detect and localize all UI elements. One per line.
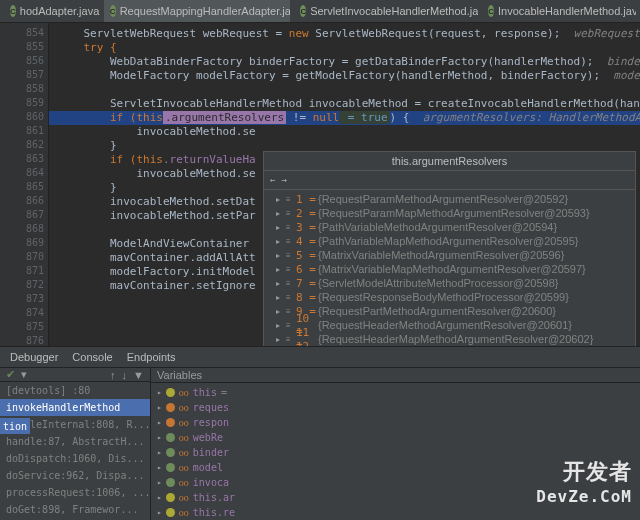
line-number: 863 [0,153,44,167]
popup-row[interactable]: ▸≡1 = {RequestParamMethodArgumentResolve… [264,192,635,206]
class-icon: C [488,5,494,17]
line-number: 865 [0,181,44,195]
line-number: 870 [0,251,44,265]
chevron-right-icon: ▸ [276,223,286,232]
editor-tab[interactable]: ChodAdapter.java [4,0,100,22]
frames-list[interactable]: [devtools] :80 invokeHandlerMethod handl… [0,382,150,520]
frame-item[interactable]: doService:962, Dispa... [0,467,150,484]
chevron-right-icon: ▸ [157,508,162,517]
variable-type-icon [166,493,175,502]
line-number: 872 [0,279,44,293]
variable-item[interactable]: ▸oo reques [151,400,640,415]
frame-item[interactable]: doDispatch:1060, Dis... [0,450,150,467]
thread[interactable]: [devtools] :80 [0,382,150,399]
chevron-right-icon: ▸ [157,478,162,487]
variables-list[interactable]: ▸oo this =▸oo reques▸oo respon▸oo webRe▸… [151,383,640,520]
code-line: WebDataBinderFactory binderFactory = get… [49,55,640,69]
funnel-icon[interactable]: ▼ [133,369,144,381]
field-icon: ≡ [286,209,296,218]
line-number: 862 [0,139,44,153]
variables-panel: Variables ▸oo this =▸oo reques▸oo respon… [151,368,640,520]
popup-row[interactable]: ▸≡10 = {RequestHeaderMethodArgumentResol… [264,318,635,332]
code-line-current: if (this.argumentResolvers != null = tru… [49,111,640,125]
forward-icon[interactable]: → [281,175,286,185]
line-number: 856 [0,55,44,69]
chevron-right-icon: ▸ [157,448,162,457]
field-icon: ≡ [286,335,296,344]
debugger-tab[interactable]: Debugger [10,351,58,363]
variable-item[interactable]: ▸oo binder [151,445,640,460]
variable-item[interactable]: ▸oo invoca [151,475,640,490]
field-icon: ≡ [286,265,296,274]
frame-item[interactable]: handle:87, AbstractH... [0,433,150,450]
tab-label: hodAdapter.java [20,5,100,17]
code-line: invocableMethod.se [49,125,640,139]
variable-type-icon [166,388,175,397]
filter-icon[interactable]: ↑ [110,369,116,381]
variable-type-icon [166,403,175,412]
line-number: 875 [0,321,44,335]
chevron-right-icon: ▸ [276,279,286,288]
popup-row[interactable]: ▸≡11 = {RequestHeaderMapMethodArgumentRe… [264,332,635,346]
popup-row[interactable]: ▸≡6 = {MatrixVariableMapMethodArgumentRe… [264,262,635,276]
popup-row[interactable]: ▸≡4 = {PathVariableMapMethodArgumentReso… [264,234,635,248]
chevron-right-icon: ▸ [276,293,286,302]
class-icon: C [110,5,116,17]
field-icon: ≡ [286,321,296,330]
frame-item[interactable]: invokeHandlerMethod [0,399,150,416]
chevron-right-icon: ▸ [157,493,162,502]
variable-item[interactable]: ▸oo this.re [151,505,640,520]
chevron-right-icon: ▸ [157,418,162,427]
field-icon: ≡ [286,195,296,204]
chevron-right-icon: ▸ [276,237,286,246]
code-line: try { [49,41,640,55]
variable-item[interactable]: ▸oo respon [151,415,640,430]
console-tab[interactable]: Console [72,351,112,363]
variable-item[interactable]: ▸oo webRe [151,430,640,445]
gutter: 854 855 856 857 858 859 860 861 862 863 … [0,23,49,347]
frames-header: ✔▾ ↑ ↓ ▼ [0,368,150,382]
frames-panel: ✔▾ ↑ ↓ ▼ [devtools] :80 invokeHandlerMet… [0,368,151,520]
variable-type-icon [166,433,175,442]
code-line: ServletInvocableHandlerMethod invocableM… [49,97,640,111]
editor-tab[interactable]: CRequestMappingHandlerAdapter.java [104,0,291,22]
variable-type-icon [166,418,175,427]
variable-item[interactable]: ▸oo this = [151,385,640,400]
frame-item[interactable]: doGet:898, Framewor... [0,501,150,518]
back-icon[interactable]: ← [270,175,275,185]
popup-toolbar: ← → [264,171,635,190]
sidebar-run-tab[interactable]: tion [0,418,30,434]
line-number: 860 [0,111,44,125]
popup-row[interactable]: ▸≡3 = {PathVariableMethodArgumentResolve… [264,220,635,234]
chevron-right-icon: ▸ [157,433,162,442]
chevron-right-icon: ▸ [276,251,286,260]
chevron-right-icon: ▸ [276,195,286,204]
variable-item[interactable]: ▸oo model [151,460,640,475]
field-icon: ≡ [286,293,296,302]
editor-tab[interactable]: CServletInvocableHandlerMethod.java [294,0,478,22]
endpoints-tab[interactable]: Endpoints [127,351,176,363]
chevron-right-icon: ▸ [276,335,286,344]
chevron-right-icon: ▸ [276,307,286,316]
popup-row[interactable]: ▸≡9 = {RequestPartMethodArgumentResolver… [264,304,635,318]
line-number: 867 [0,209,44,223]
variable-item[interactable]: ▸oo this.ar [151,490,640,505]
line-number: 873 [0,293,44,307]
chevron-right-icon: ▸ [276,321,286,330]
popup-row[interactable]: ▸≡8 = {RequestResponseBodyMethodProcesso… [264,290,635,304]
code-editor[interactable]: 854 855 856 857 858 859 860 861 862 863 … [0,23,640,347]
frame-item[interactable]: processRequest:1006, ... [0,484,150,501]
variable-type-icon [166,478,175,487]
filter-icon[interactable]: ↓ [122,369,128,381]
field-icon: ≡ [286,237,296,246]
debugger-panel: Debugger Console Endpoints ✔▾ ↑ ↓ ▼ [dev… [0,346,640,520]
popup-row[interactable]: ▸≡2 = {RequestParamMapMethodArgumentReso… [264,206,635,220]
code-line: ModelFactory modelFactory = getModelFact… [49,69,640,83]
variable-type-icon [166,508,175,517]
line-number: 854 [0,27,44,41]
popup-row[interactable]: ▸≡5 = {MatrixVariableMethodArgumentResol… [264,248,635,262]
popup-row[interactable]: ▸≡7 = {ServletModelAttributeMethodProces… [264,276,635,290]
editor-tab[interactable]: CInvocableHandlerMethod.java [482,0,636,22]
chevron-right-icon: ▸ [157,388,162,397]
line-number: 874 [0,307,44,321]
